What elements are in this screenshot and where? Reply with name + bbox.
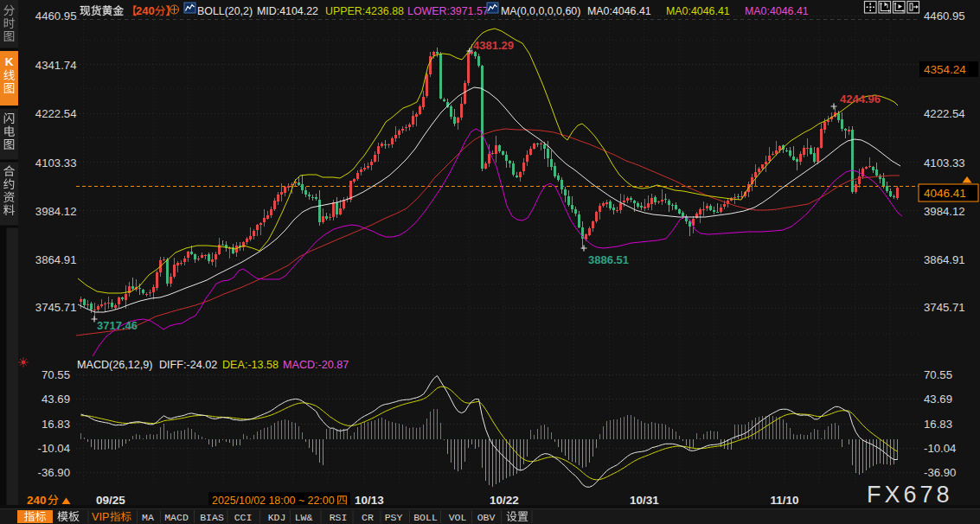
svg-text:43.69: 43.69 [924, 393, 952, 406]
svg-text:4244.96: 4244.96 [840, 93, 881, 105]
svg-text:K: K [5, 55, 14, 68]
svg-text:MA(0,0,0,0,0,60): MA(0,0,0,0,0,60) [501, 5, 580, 17]
svg-text:3864.91: 3864.91 [924, 253, 965, 266]
svg-text:4460.95: 4460.95 [924, 10, 965, 22]
svg-text:11/10: 11/10 [770, 494, 798, 507]
svg-text:3984.12: 3984.12 [924, 205, 965, 218]
svg-text:DEA:-13.58: DEA:-13.58 [222, 359, 279, 371]
svg-text:-10.04: -10.04 [924, 442, 956, 455]
svg-text:240: 240 [27, 494, 47, 507]
svg-text:70.55: 70.55 [924, 368, 952, 381]
svg-text:KDJ: KDJ [268, 512, 286, 523]
svg-text:240: 240 [136, 4, 155, 17]
svg-text:DIFF:-24.02: DIFF:-24.02 [159, 359, 217, 371]
svg-text:MA0:4046.41: MA0:4046.41 [666, 5, 730, 17]
svg-text:CCI: CCI [234, 512, 253, 523]
svg-text:BIAS: BIAS [200, 512, 224, 523]
svg-text:4354.24: 4354.24 [924, 63, 966, 76]
svg-text:BOLL: BOLL [413, 512, 438, 523]
svg-text:MACD: MACD [164, 512, 189, 523]
svg-text:4341.74: 4341.74 [35, 59, 77, 72]
svg-text:4222.54: 4222.54 [924, 107, 965, 120]
svg-text:LW&: LW& [295, 512, 313, 523]
svg-text:10/22: 10/22 [490, 494, 519, 507]
svg-text:VIP: VIP [92, 511, 109, 523]
svg-text:4222.54: 4222.54 [35, 107, 77, 120]
svg-text:3717.46: 3717.46 [97, 319, 138, 332]
svg-text:FX678: FX678 [867, 482, 953, 508]
svg-text:70.55: 70.55 [42, 368, 70, 381]
svg-text:VOL: VOL [449, 512, 467, 523]
svg-text:-36.90: -36.90 [924, 466, 956, 479]
svg-text:MACD(26,12,9): MACD(26,12,9) [77, 359, 153, 371]
svg-text:MA0:4046.41: MA0:4046.41 [587, 5, 651, 17]
svg-text:4103.33: 4103.33 [924, 157, 965, 169]
svg-text:RSI: RSI [330, 512, 348, 523]
svg-text:3745.71: 3745.71 [35, 301, 77, 314]
svg-text:2025/10/02 18:00 ~ 22:00: 2025/10/02 18:00 ~ 22:00 [212, 495, 335, 507]
svg-text:16.83: 16.83 [924, 418, 952, 431]
svg-text:16.83: 16.83 [42, 418, 70, 431]
svg-text:4103.33: 4103.33 [35, 157, 77, 169]
svg-text:BOLL(20,2): BOLL(20,2) [197, 5, 253, 17]
svg-text:4046.41: 4046.41 [924, 187, 966, 200]
svg-text:UPPER:4236.88: UPPER:4236.88 [325, 5, 404, 17]
svg-text:43.69: 43.69 [42, 393, 70, 406]
svg-text:4381.29: 4381.29 [473, 39, 514, 52]
svg-text:3984.12: 3984.12 [35, 205, 77, 218]
svg-text:3886.51: 3886.51 [588, 253, 629, 266]
svg-text:10/31: 10/31 [630, 494, 659, 507]
svg-text:PSY: PSY [385, 512, 403, 523]
svg-text:09/25: 09/25 [96, 494, 125, 507]
svg-text:MA0:4046.41: MA0:4046.41 [745, 5, 809, 17]
svg-text:MA: MA [142, 512, 154, 523]
svg-text:-36.90: -36.90 [38, 466, 70, 479]
svg-text:3864.91: 3864.91 [35, 253, 77, 266]
svg-text:-10.04: -10.04 [38, 442, 70, 455]
svg-text:3745.71: 3745.71 [924, 301, 965, 314]
svg-text:LOWER:3971.57: LOWER:3971.57 [407, 5, 489, 17]
svg-text:MID:4104.22: MID:4104.22 [257, 5, 318, 17]
svg-text:4460.95: 4460.95 [35, 10, 77, 22]
svg-text:10/13: 10/13 [355, 494, 384, 507]
svg-text:CR: CR [362, 512, 374, 523]
svg-text:OBV: OBV [477, 512, 496, 523]
svg-text:MACD:-20.87: MACD:-20.87 [283, 359, 349, 371]
